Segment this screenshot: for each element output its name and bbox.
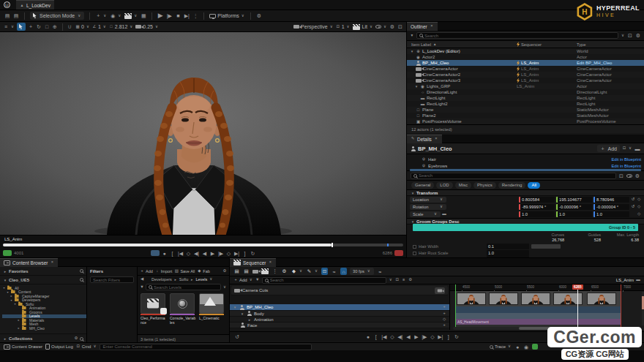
edit-in-blueprint-link[interactable]: Edit in Blueprint [611, 157, 641, 162]
seq-add-button[interactable]: +Add∨ [233, 276, 253, 284]
prev-key-button[interactable]: ◇ [389, 333, 395, 341]
outliner-type-filter[interactable]: ▾ [410, 32, 414, 39]
outliner-row[interactable]: ▾◉Lights_GRP LS_Anim Actor [407, 83, 644, 89]
console-command-input[interactable] [100, 344, 312, 350]
prev-frame-button[interactable]: ◀| [194, 249, 200, 257]
rotation-y-field[interactable]: -0.000096 ° [556, 204, 592, 210]
column-sequencer[interactable]: Sequencer [517, 42, 577, 47]
close-icon[interactable]: × [430, 23, 434, 30]
tab-misc[interactable]: Misc [455, 182, 471, 189]
tab-general[interactable]: General [411, 182, 434, 189]
search-icon[interactable] [80, 269, 83, 273]
tab-content-browser[interactable]: Content Browser × [0, 258, 58, 267]
rotate-tool[interactable]: ↻ [36, 23, 42, 31]
rotation-z-field[interactable]: -0.000004 ° [594, 204, 629, 210]
cmd-dropdown[interactable]: ⊡Cmd∨ [76, 343, 97, 350]
outliner-search-input[interactable] [424, 33, 615, 38]
tab-rendering[interactable]: Rendering [498, 182, 526, 189]
loop-button[interactable]: ↻ [454, 333, 460, 341]
track-animation[interactable]: ▸ Animation ◇ [230, 317, 449, 323]
set-out-button[interactable]: ] [242, 249, 248, 257]
search-icon[interactable] [80, 278, 83, 282]
lock-icon[interactable]: ▬ [634, 145, 640, 152]
world-space-toggle[interactable]: ⊕ [52, 23, 58, 31]
tab-outliner[interactable]: Outliner × [407, 22, 438, 31]
scale-dropdown[interactable]: Scale∨ [410, 211, 441, 217]
viewport[interactable] [0, 32, 406, 235]
details-search-input[interactable] [419, 173, 613, 178]
outliner-row[interactable]: ☼DirectionalLight DirectionalLight [407, 89, 644, 95]
keyframe-icon[interactable]: ◇ [637, 211, 641, 218]
seq-filter-icon[interactable]: ▼ [255, 276, 260, 284]
groom-group-bar[interactable]: Group ID 0 - 5 [413, 224, 638, 231]
seq-wrench-icon[interactable]: ⚙ [281, 268, 288, 274]
component-row-eyebrows[interactable]: ψ Eyebrows Edit in Blueprint [410, 162, 641, 169]
camera-speed-dropdown[interactable]: 0.25∨ [135, 23, 159, 31]
prev-key-button[interactable]: ◇ [186, 249, 192, 257]
keyframe-icon[interactable]: ◇ [637, 196, 641, 203]
seq-scissors-icon[interactable]: ≈ [331, 269, 337, 274]
range-start-chip[interactable] [3, 250, 12, 256]
camera-cuts-strip[interactable] [455, 291, 621, 306]
outliner-row[interactable]: □Plane2 StaticMeshActor [407, 113, 644, 118]
seq-view-chevron[interactable]: ∨ [389, 276, 393, 284]
add-component-button[interactable]: +Add [597, 145, 620, 152]
scale-y-field[interactable]: 1.0 [556, 211, 592, 217]
seq-search-input[interactable] [270, 278, 383, 283]
filters-search-input[interactable] [90, 276, 134, 283]
set-in-button[interactable]: [ [373, 333, 379, 341]
scale-snap-dropdown[interactable]: □2.812∨ [109, 23, 134, 31]
import-button[interactable]: ↓Import [155, 268, 173, 275]
play-reverse-button[interactable]: ◀ [202, 249, 208, 257]
breadcrumb-levels[interactable]: Levels [195, 277, 207, 282]
status-dot-icon[interactable]: ● [514, 343, 520, 350]
play-forward-button[interactable]: ▶ [413, 333, 419, 341]
prev-frame-button[interactable]: ◀| [397, 333, 403, 341]
outliner-row[interactable]: ▬RectLight2 RectLight [407, 101, 644, 107]
zen-server-icon[interactable] [532, 344, 538, 350]
next-frame-button[interactable]: |▶ [218, 249, 224, 257]
breadcrumb-sofiu[interactable]: Sofiu [179, 277, 189, 282]
editor-modes-icon[interactable]: ▦ [141, 12, 146, 20]
grid-snap-dropdown[interactable]: ▦0∨ [75, 23, 90, 31]
next-key-button[interactable]: ◇ [430, 333, 435, 341]
content-drawer-button[interactable]: Content Drawer [4, 344, 42, 350]
filter-funnel-icon[interactable]: ▼ [140, 284, 144, 291]
play-options-icon[interactable]: ⋮ [192, 12, 198, 20]
perspective-dropdown[interactable]: Perspective∨ [293, 23, 334, 31]
close-icon[interactable]: × [50, 259, 54, 266]
add-actor-dropdown[interactable]: +∨ [95, 12, 107, 20]
autokey-toggle[interactable]: ⊡ [321, 268, 328, 275]
outliner-row[interactable]: CineCameraActor2 LS_Anim CineCameraActor [407, 72, 644, 78]
details-search[interactable] [411, 173, 616, 179]
close-icon[interactable]: × [434, 135, 438, 143]
keyframe-options-dropdown[interactable]: ◆∨ [291, 268, 303, 275]
search-icon[interactable] [80, 337, 83, 341]
add-track-icon[interactable]: + [442, 322, 446, 329]
blueprints-dropdown[interactable]: ◉∨ [110, 12, 121, 20]
lock-icon[interactable]: ▬ [636, 276, 640, 284]
save-icon[interactable]: ▤ [4, 12, 10, 20]
loop-button[interactable]: ↻ [250, 249, 256, 257]
record-button[interactable]: ● [365, 333, 371, 341]
outliner-row[interactable]: ▣PostProcessVolume PostProcessVolume [407, 118, 644, 124]
undo-icon[interactable]: ↺ [234, 333, 240, 341]
trace-dropdown[interactable]: Trace∨ [490, 343, 512, 350]
cinematics-dropdown[interactable]: ∨ [124, 12, 138, 20]
output-log-button[interactable]: Output Log [45, 344, 73, 350]
selection-mode-dropdown[interactable]: Selection Mode ∨ [30, 12, 84, 20]
unreal-logo-icon[interactable]: U [4, 1, 10, 8]
rotation-snap-dropdown[interactable]: ∠1∨ [92, 23, 107, 31]
outliner-search[interactable] [416, 32, 618, 39]
seq-search[interactable] [262, 277, 386, 284]
seq-browse-icon[interactable]: ▤ [243, 268, 250, 274]
record-button[interactable]: ● [162, 249, 168, 257]
outliner-row[interactable]: ▬RectLight RectLight [407, 95, 644, 101]
column-type[interactable]: Type [577, 42, 644, 47]
component-row-hair[interactable]: ψ Hair Edit in Blueprint [410, 156, 641, 162]
stop-button[interactable]: ■ [175, 12, 181, 20]
tree-item-mhcleo[interactable]: ▸MH_Cleo [2, 326, 86, 331]
tab-all[interactable]: All [528, 182, 540, 189]
save-all-button[interactable]: ▤Save All [174, 268, 195, 275]
lane-bp-selected[interactable] [455, 306, 621, 313]
